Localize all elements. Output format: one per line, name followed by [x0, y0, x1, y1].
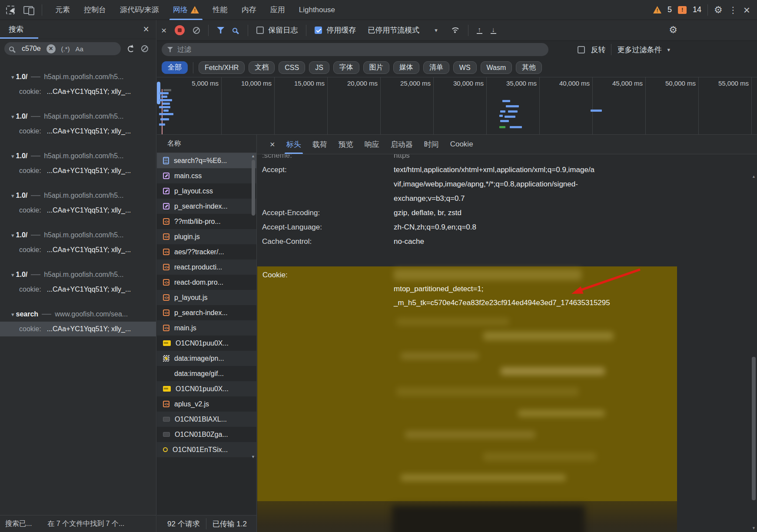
filter-chip-清单[interactable]: 清单	[423, 61, 449, 74]
name-column-header[interactable]: 名称	[157, 135, 256, 153]
request-row[interactable]: <>p_layout.js	[157, 290, 256, 305]
search-result-group-header[interactable]: ▾searchwww.goofish.com/sea...	[0, 307, 156, 322]
record-network-log-icon[interactable]	[175, 25, 185, 35]
tab-网络[interactable]: 网络!	[166, 0, 206, 20]
request-row[interactable]: O1CN01puu0X...	[157, 336, 256, 351]
tab-响应[interactable]: 响应	[365, 135, 379, 154]
disable-cache-label[interactable]: 停用缓存	[326, 25, 356, 35]
clear-query-icon[interactable]: ×	[46, 44, 56, 53]
request-row[interactable]: <>react-dom.pro...	[157, 275, 256, 290]
regex-toggle[interactable]: (.*)	[61, 45, 70, 53]
tab-元素[interactable]: 元素	[48, 0, 77, 20]
close-details-icon[interactable]: ×	[270, 140, 275, 149]
inspect-element-icon[interactable]	[6, 6, 15, 14]
tab-源代码/来源[interactable]: 源代码/来源	[113, 0, 166, 20]
filter-chip-CSS[interactable]: CSS	[279, 61, 305, 74]
tab-Cookie[interactable]: Cookie	[450, 135, 473, 154]
tab-控制台[interactable]: 控制台	[77, 0, 113, 20]
filter-chip-字体[interactable]: 字体	[333, 61, 359, 74]
filter-icon[interactable]	[217, 27, 224, 33]
request-row[interactable]: search?q=%E6...	[157, 153, 256, 168]
request-row[interactable]: <>main.js	[157, 320, 256, 336]
request-row[interactable]: <>p_search-index...	[157, 305, 256, 320]
filter-chip-其他[interactable]: 其他	[516, 61, 542, 74]
filter-chip-媒体[interactable]: 媒体	[393, 61, 419, 74]
close-devtools-icon[interactable]: ×	[744, 4, 750, 16]
request-list-scrollbar[interactable]: ▲ ▼	[251, 153, 256, 515]
request-row[interactable]: p_layout.css	[157, 183, 256, 199]
search-match-row[interactable]: cookie:...CAa+YC1Yqq51Y; xlly_...	[0, 282, 156, 297]
issue-count[interactable]: 14	[693, 5, 701, 14]
request-row[interactable]: data:image/pn...	[157, 351, 256, 366]
issues-icon[interactable]: !	[678, 6, 687, 14]
search-match-row[interactable]: cookie:...CAa+YC1Yqq51Y; xlly_...	[0, 124, 156, 139]
match-case-toggle[interactable]: Aa	[76, 45, 83, 53]
tab-预览[interactable]: 预览	[339, 135, 353, 154]
search-match-row[interactable]: cookie:...CAa+YC1Yqq51Y; xlly_...	[0, 322, 156, 336]
close-search-panel-icon[interactable]: ×	[143, 24, 149, 34]
filter-chip-JS[interactable]: JS	[309, 61, 329, 74]
invert-filter-checkbox[interactable]	[578, 46, 585, 53]
search-result-group-header[interactable]: ▾1.0/h5api.m.goofish.com/h5...	[0, 149, 156, 163]
warning-icon[interactable]: !	[653, 6, 661, 13]
request-row[interactable]: O1CN01B0Zga...	[157, 427, 256, 442]
kebab-menu-icon[interactable]: ⋮	[729, 6, 737, 14]
network-overview-timeline[interactable]: 5,000 ms10,000 ms15,000 ms20,000 ms25,00…	[157, 77, 757, 135]
network-settings-gear-icon[interactable]: ⚙	[669, 25, 677, 35]
scroll-down-icon[interactable]: ▼	[752, 526, 756, 530]
settings-gear-icon[interactable]: ⚙	[714, 5, 723, 15]
search-query-text[interactable]: c570e	[22, 45, 41, 53]
request-row[interactable]: <>plugin.js	[157, 229, 256, 244]
request-row[interactable]: <>??mtb/lib-pro...	[157, 214, 256, 229]
import-har-icon[interactable]: ↑	[477, 27, 482, 34]
search-icon[interactable]	[232, 28, 237, 33]
filter-chip-文档[interactable]: 文档	[249, 61, 275, 74]
request-row[interactable]: <>react.producti...	[157, 259, 256, 275]
request-row[interactable]: p_search-index...	[157, 199, 256, 214]
tab-应用[interactable]: 应用	[263, 0, 292, 20]
refresh-search-icon[interactable]	[128, 46, 134, 52]
search-result-group-header[interactable]: ▾1.0/h5api.m.goofish.com/h5...	[0, 70, 156, 84]
device-toolbar-icon[interactable]	[23, 6, 33, 14]
network-conditions-icon[interactable]	[450, 27, 460, 34]
clear-network-log-icon[interactable]	[193, 27, 200, 34]
search-result-group-header[interactable]: ▾1.0/h5api.m.goofish.com/h5...	[0, 267, 156, 282]
filter-chip-Fetch/XHR[interactable]: Fetch/XHR	[199, 61, 245, 74]
search-result-group-header[interactable]: ▾1.0/h5api.m.goofish.com/h5...	[0, 188, 156, 203]
throttling-dropdown[interactable]: 已停用节流模式	[368, 25, 419, 35]
filter-chip-WS[interactable]: WS	[453, 61, 477, 74]
clear-search-icon[interactable]	[141, 45, 148, 52]
scrollbar-thumb[interactable]	[252, 160, 255, 216]
scroll-up-icon[interactable]: ▲	[251, 154, 255, 158]
tab-内存[interactable]: 内存	[235, 0, 263, 20]
scroll-down-icon[interactable]: ▼	[251, 455, 255, 459]
filter-chip-Wasm[interactable]: Wasm	[481, 61, 512, 74]
preserve-log-checkbox[interactable]	[256, 27, 264, 34]
search-match-row[interactable]: cookie:...CAa+YC1Yqq51Y; xlly_...	[0, 203, 156, 218]
request-row[interactable]: O1CN01BlAXL...	[157, 412, 256, 427]
filter-chip-全部[interactable]: 全部	[162, 61, 188, 74]
request-row[interactable]: O1CN01EnTSix...	[157, 442, 256, 457]
filter-input[interactable]	[177, 46, 543, 53]
request-row[interactable]: data:image/gif...	[157, 366, 256, 381]
search-match-row[interactable]: cookie:...CAa+YC1Yqq51Y; xlly_...	[0, 84, 156, 99]
scrollbar-thumb[interactable]	[752, 357, 756, 500]
chevron-down-icon[interactable]: ▾	[667, 47, 670, 53]
preserve-log-label[interactable]: 保留日志	[268, 25, 298, 35]
filter-chip-图片[interactable]: 图片	[363, 61, 389, 74]
invert-filter-label[interactable]: 反转	[591, 45, 605, 55]
tab-启动器[interactable]: 启动器	[391, 135, 413, 154]
request-row[interactable]: <>aplus_v2.js	[157, 396, 256, 412]
tab-载荷[interactable]: 载荷	[312, 135, 327, 154]
disable-cache-checkbox[interactable]	[315, 27, 322, 34]
tab-Lighthouse[interactable]: Lighthouse	[292, 0, 342, 20]
tab-性能[interactable]: 性能	[206, 0, 235, 20]
more-filters-dropdown[interactable]: 更多过滤条件	[617, 45, 661, 55]
details-scrollbar[interactable]: ▲ ▼	[751, 174, 756, 530]
close-search-icon[interactable]: ×	[161, 26, 166, 35]
search-result-group-header[interactable]: ▾1.0/h5api.m.goofish.com/h5...	[0, 109, 156, 124]
search-match-row[interactable]: cookie:...CAa+YC1Yqq51Y; xlly_...	[0, 163, 156, 178]
search-result-group-header[interactable]: ▾1.0/h5api.m.goofish.com/h5...	[0, 228, 156, 243]
warning-count[interactable]: 5	[667, 5, 672, 14]
request-row[interactable]: <>aes/??tracker/...	[157, 244, 256, 259]
